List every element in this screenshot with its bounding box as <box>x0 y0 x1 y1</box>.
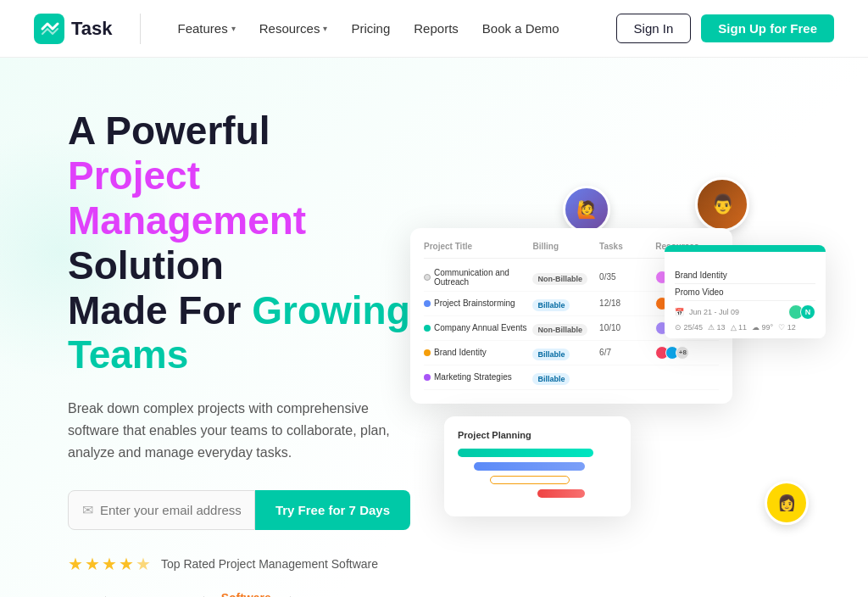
hero-mockup: 🙋 👨 👩 Project Title Billing Tasks Resour… <box>410 194 800 533</box>
done-item-2: Promo Video <box>675 284 815 301</box>
gantt-card: Project Planning <box>444 416 631 516</box>
hero-section: A Powerful ProjectManagement SolutionMad… <box>0 58 868 597</box>
email-input[interactable] <box>100 491 241 529</box>
nav-reports[interactable]: Reports <box>403 14 469 42</box>
logo-icon <box>34 14 64 44</box>
try-free-button[interactable]: Try Free for 7 Days <box>255 490 410 530</box>
th-project: Project Title <box>424 242 529 251</box>
nav-pricing[interactable]: Pricing <box>341 14 400 42</box>
signup-button[interactable]: Sign Up for Free <box>701 14 834 42</box>
th-tasks: Tasks <box>599 242 652 251</box>
stat-tasks: ⊙ 25/45 <box>675 323 703 332</box>
done-item-1: Brand Identity <box>675 267 815 284</box>
done-meta: 📅 Jun 21 - Jul 09 N <box>675 304 815 320</box>
chevron-down-icon: ▾ <box>231 24 236 33</box>
badges-row: G2 Capterra Software Advice™ SOURCEFORGE <box>68 591 410 597</box>
logo[interactable]: Task <box>34 14 141 44</box>
done-stats: ⊙ 25/45 ⚠ 13 △ 11 ☁ 99° ♡ 12 <box>675 323 815 332</box>
gantt-bar-4 <box>458 489 617 498</box>
hero-headline: A Powerful ProjectManagement SolutionMad… <box>68 109 410 377</box>
logo-text: Task <box>71 18 113 40</box>
nav-features[interactable]: Features ▾ <box>168 14 246 42</box>
mockup-container: Project Title Billing Tasks Resources Co… <box>410 211 800 516</box>
nav-resources[interactable]: Resources ▾ <box>249 14 338 42</box>
stat-heart: ♡ 12 <box>778 323 796 332</box>
stars-display: ★★★★★ <box>68 554 153 574</box>
done-date: Jun 21 - Jul 09 <box>689 308 739 316</box>
sa-label: Software Advice™ <box>221 591 273 597</box>
chevron-down-icon: ▾ <box>323 24 327 33</box>
email-cta-row: ✉ Try Free for 7 Days <box>68 490 410 530</box>
gantt-bar-3 <box>458 476 617 484</box>
headline-pink: ProjectManagement <box>68 153 306 243</box>
table-row: Brand Identity Billable 6/7 +8 <box>424 341 719 365</box>
signin-button[interactable]: Sign In <box>616 14 692 43</box>
stat-alert: ⚠ 13 <box>708 323 726 332</box>
hero-content: A Powerful ProjectManagement SolutionMad… <box>68 109 410 597</box>
gantt-bar-2 <box>458 462 617 471</box>
done-header: Done <box>665 245 826 252</box>
navbar: Task Features ▾ Resources ▾ Pricing Repo… <box>0 0 868 58</box>
th-billing: Billing <box>532 242 596 251</box>
done-card: Done Brand Identity Promo Video 📅 Jun 21… <box>665 245 826 338</box>
nav-links: Features ▾ Resources ▾ Pricing Reports B… <box>168 14 616 42</box>
rating-row: ★★★★★ Top Rated Project Management Softw… <box>68 554 410 574</box>
gantt-title: Project Planning <box>458 430 617 440</box>
hero-subtext: Break down complex projects with compreh… <box>68 398 407 463</box>
calendar-icon: 📅 <box>675 308 684 316</box>
rating-label: Top Rated Project Management Software <box>161 557 378 571</box>
headline-green: GrowingTeams <box>68 288 410 377</box>
badge-software-advice: Software Advice™ <box>221 591 273 597</box>
svg-rect-0 <box>34 14 64 44</box>
stat-cloud: ☁ 99° <box>752 323 773 332</box>
stat-flag: △ 11 <box>731 323 748 332</box>
nav-book-demo[interactable]: Book a Demo <box>472 14 570 42</box>
table-row: Marketing Strategies Billable <box>424 365 719 390</box>
email-input-wrap: ✉ <box>68 490 255 530</box>
email-icon: ✉ <box>82 502 93 518</box>
gantt-bar-1 <box>458 449 617 457</box>
nav-actions: Sign In Sign Up for Free <box>616 14 834 43</box>
